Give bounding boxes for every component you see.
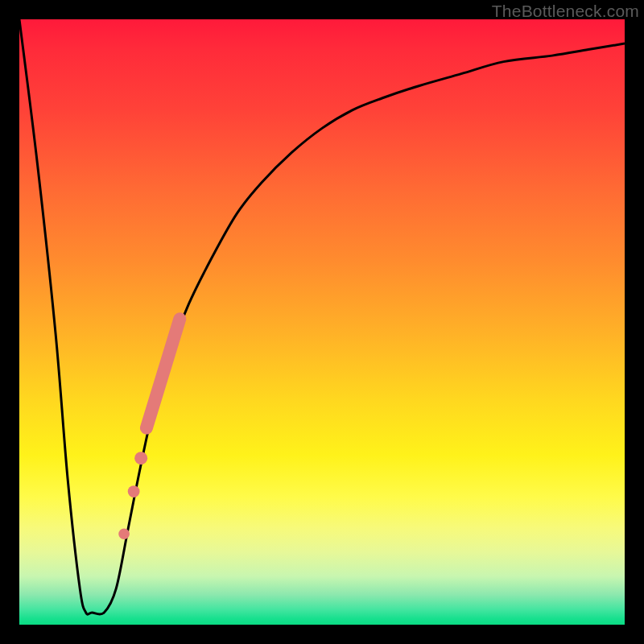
bottleneck-curve xyxy=(19,19,625,614)
chart-frame: TheBottleneck.com xyxy=(0,0,644,644)
marker-dot xyxy=(118,528,130,539)
plot-area xyxy=(19,19,625,625)
marker-segment xyxy=(147,319,180,427)
marker-dot xyxy=(134,452,147,464)
watermark-text: TheBottleneck.com xyxy=(492,2,639,21)
curve-layer xyxy=(19,19,625,625)
marker-dot xyxy=(128,485,140,497)
markers xyxy=(118,319,180,539)
curve-path xyxy=(19,19,625,614)
marker-dots xyxy=(118,452,147,539)
